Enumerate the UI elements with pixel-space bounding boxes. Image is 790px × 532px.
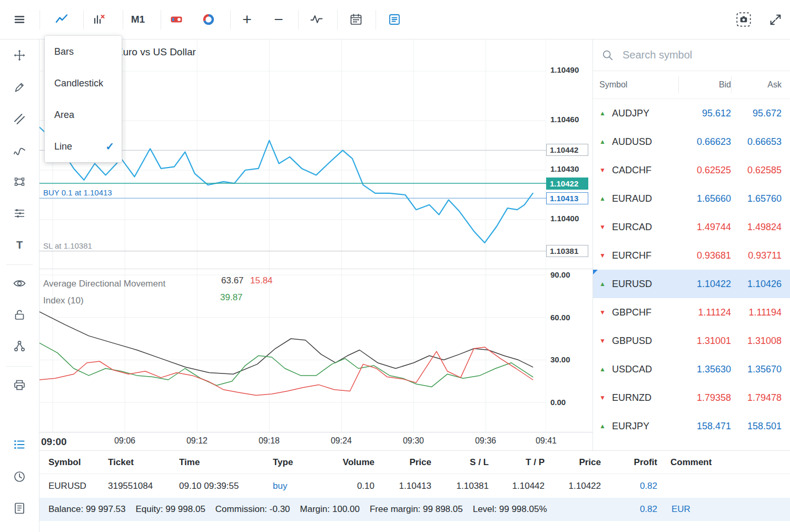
curve-tool-button[interactable] — [9, 140, 30, 161]
trade-column-header: Profit — [601, 451, 657, 474]
crosshair-icon — [13, 48, 26, 62]
history-clock-icon — [13, 470, 26, 484]
trade-column-header: Type — [266, 451, 330, 474]
price-down-arrow-icon: ▼ — [599, 223, 610, 231]
text-tool-button[interactable]: T — [9, 234, 30, 255]
trade-column-header: T / P — [489, 451, 545, 474]
ask-value: 1.49824 — [731, 222, 790, 233]
indicator-axis-label: 90.00 — [550, 270, 570, 280]
print-button[interactable] — [9, 375, 30, 396]
market-watch-row-audjpy[interactable]: ▲AUDJPY95.61295.672 — [593, 99, 790, 127]
trade-cell: 0.10 — [330, 474, 374, 498]
time-label: 09:24 — [325, 436, 357, 446]
symbol-cell: ▼CADCHF — [593, 165, 678, 176]
channel-tool-button[interactable] — [9, 109, 30, 130]
one-click-trading-button[interactable] — [166, 9, 187, 30]
trade-cell: 1.10381 — [431, 474, 489, 498]
chart-type-button[interactable] — [51, 9, 72, 30]
brush-tool-button[interactable] — [9, 77, 30, 98]
remove-indicators-button[interactable] — [88, 9, 110, 30]
take-profit-price-tag: 1.10442 — [546, 144, 588, 156]
market-watch-row-eurjpy[interactable]: ▲EURJPY158.471158.501 — [593, 412, 790, 440]
bid-value: 1.35630 — [678, 364, 731, 375]
time-axis[interactable]: 09:00 09:06 09:12 09:18 09:24 09:30 09:3… — [39, 432, 592, 450]
time-label: 09:36 — [470, 436, 501, 446]
market-depth-button[interactable] — [198, 9, 219, 30]
screenshot-button[interactable] — [733, 9, 754, 30]
toolbar-separator — [376, 10, 376, 29]
ask-value: 0.62585 — [731, 165, 790, 176]
zoom-out-button[interactable]: − — [268, 9, 289, 30]
search-input[interactable] — [621, 48, 790, 62]
news-button[interactable] — [384, 9, 405, 30]
market-watch-row-eurusd[interactable]: ▲EURUSD1.104221.10426 — [593, 270, 790, 298]
market-watch-row-usdcad[interactable]: ▲USDCAD1.356301.35670 — [593, 355, 790, 383]
bid-value: 158.471 — [678, 421, 731, 432]
shapes-tool-button[interactable] — [9, 171, 30, 192]
timeframe-button[interactable]: M1 — [127, 9, 149, 30]
trade-table-row[interactable]: EURUSD31955108409.10 09:39:55buy0.101.10… — [39, 474, 790, 498]
trade-cell: 1.10413 — [374, 474, 431, 498]
trade-cell: 1.10422 — [545, 474, 601, 498]
visibility-button[interactable] — [9, 273, 30, 294]
objects-tree-icon — [13, 339, 26, 353]
trade-tab-button[interactable] — [9, 434, 30, 455]
symbol-cell: ▼GBPCHF — [593, 307, 678, 318]
price-up-arrow-icon: ▲ — [599, 280, 610, 288]
lock-objects-button[interactable] — [9, 304, 30, 326]
market-watch-row-audusd[interactable]: ▲AUDUSD0.666230.66653 — [593, 127, 790, 156]
economic-calendar-button[interactable] — [345, 9, 367, 30]
menu-button[interactable] — [9, 9, 30, 30]
indicator-legend: Average Directional Movement Index (10) — [43, 275, 165, 309]
market-watch-row-euraud[interactable]: ▲EURAUD1.656601.65760 — [593, 184, 790, 213]
symbol-cell: ▼EURCHF — [593, 250, 678, 261]
option-label: Bars — [54, 46, 74, 57]
market-watch-row-eurnzd[interactable]: ▼EURNZD1.793581.79478 — [593, 383, 790, 412]
toolbar-separator — [161, 10, 161, 29]
summary-item: Margin: 100.00 — [300, 504, 360, 514]
symbol-cell: ▲EURJPY — [593, 421, 678, 432]
symbol-cell: ▲AUDJPY — [593, 108, 678, 119]
hamburger-menu-icon — [13, 13, 26, 26]
trade-toggle-icon — [170, 13, 183, 26]
column-header-ask[interactable]: Ask — [731, 76, 790, 93]
symbol-cell: ▲EURAUD — [593, 193, 678, 204]
symbol-cell: ▼EURNZD — [593, 392, 678, 403]
trade-cell: 0.82 — [601, 474, 657, 498]
trade-column-header: S / L — [431, 451, 489, 474]
time-label: 09:00 — [41, 436, 78, 448]
market-watch-row-gbpchf[interactable]: ▼GBPCHF1.111241.11194 — [593, 298, 790, 327]
ask-value: 1.65760 — [731, 193, 790, 204]
price-down-arrow-icon: ▼ — [599, 252, 610, 259]
indicator-name-line2: Index (10) — [43, 292, 165, 309]
pen-icon — [13, 81, 26, 94]
crosshair-tool-button[interactable] — [9, 45, 30, 66]
stop-loss-label: SL at 1.10381 — [43, 241, 92, 250]
objects-list-button[interactable] — [9, 336, 30, 357]
column-header-bid[interactable]: Bid — [678, 76, 731, 93]
fullscreen-button[interactable] — [765, 9, 786, 30]
history-tab-button[interactable] — [9, 466, 30, 487]
bid-value: 1.10422 — [678, 279, 731, 290]
market-watch-row-cadchf[interactable]: ▼CADCHF0.625250.62585 — [593, 156, 790, 184]
market-watch-row-eurcad[interactable]: ▼EURCAD1.497441.49824 — [593, 213, 790, 241]
chart-type-option-line[interactable]: Line✓ — [45, 131, 122, 162]
chart-type-option-candlestick[interactable]: Candlestick — [45, 67, 122, 99]
market-watch-row-eurchf[interactable]: ▼EURCHF0.936810.93711 — [593, 241, 790, 270]
indicators-button[interactable] — [306, 9, 327, 30]
chart-type-option-area[interactable]: Area — [45, 99, 122, 131]
ask-value: 1.11194 — [731, 307, 790, 318]
option-label: Area — [54, 110, 74, 121]
market-watch-row-gbpusd[interactable]: ▼GBPUSD1.310011.31008 — [593, 327, 790, 355]
symbol-name: EURCAD — [612, 222, 652, 233]
lines-tool-button[interactable] — [9, 203, 30, 224]
price-axis[interactable]: 1.10490 1.10460 1.10430 1.10400 1.10442 … — [546, 40, 592, 432]
column-header-symbol[interactable]: Symbol — [593, 80, 678, 90]
trade-cell: EURUSD — [39, 474, 100, 498]
ask-value: 0.66653 — [731, 136, 790, 147]
market-watch-rows: ▲AUDJPY95.61295.672▲AUDUSD0.666230.66653… — [593, 99, 790, 440]
zoom-in-button[interactable]: + — [236, 9, 258, 30]
price-down-arrow-icon: ▼ — [599, 337, 610, 344]
journal-tab-button[interactable] — [9, 498, 30, 519]
chart-type-option-bars[interactable]: Bars — [45, 36, 122, 67]
